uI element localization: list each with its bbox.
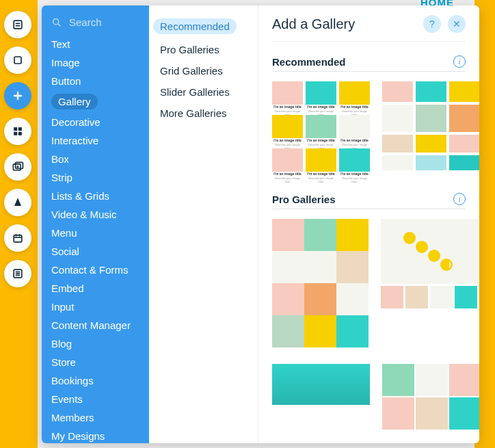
search-row[interactable] xyxy=(42,12,149,35)
close-button[interactable]: ✕ xyxy=(448,15,466,33)
add-panel: TextImageButtonGalleryDecorativeInteract… xyxy=(42,5,479,443)
svg-point-23 xyxy=(403,232,416,244)
sub-grid-galleries[interactable]: Grid Galleries xyxy=(149,60,258,81)
sub-pro-galleries[interactable]: Pro Galleries xyxy=(149,39,258,60)
bookings-button[interactable] xyxy=(4,224,31,252)
panel-title: Add a Gallery xyxy=(272,16,355,32)
svg-line-22 xyxy=(58,24,60,26)
svg-rect-7 xyxy=(18,127,22,131)
category-blog[interactable]: Blog xyxy=(42,334,149,353)
svg-rect-3 xyxy=(14,57,21,64)
category-bookings[interactable]: Bookings xyxy=(42,371,149,390)
sub-slider-galleries[interactable]: Slider Galleries xyxy=(149,81,258,103)
category-gallery[interactable]: Gallery xyxy=(42,90,149,113)
svg-rect-6 xyxy=(14,127,17,131)
gallery-sample-masonry[interactable] xyxy=(382,81,479,179)
svg-point-21 xyxy=(53,18,59,24)
category-contact-forms[interactable]: Contact & Forms xyxy=(42,261,149,279)
svg-rect-8 xyxy=(14,132,17,135)
search-icon xyxy=(51,17,62,28)
category-decorative[interactable]: Decorative xyxy=(42,113,149,131)
svg-rect-9 xyxy=(18,132,22,135)
section-recommended-title: Recommended xyxy=(272,56,346,68)
pages-button[interactable] xyxy=(4,11,31,38)
category-video-music[interactable]: Video & Music xyxy=(42,205,149,224)
search-input[interactable] xyxy=(69,16,137,28)
category-box[interactable]: Box xyxy=(42,150,149,168)
category-strip[interactable]: Strip xyxy=(42,168,149,187)
info-icon[interactable]: i xyxy=(453,193,466,205)
category-menu[interactable]: Menu xyxy=(42,224,149,242)
svg-point-25 xyxy=(428,250,440,262)
category-content-manager[interactable]: Content Manager xyxy=(42,316,149,334)
pro-sample-collage[interactable] xyxy=(382,364,479,430)
category-my-designs[interactable]: My Designs xyxy=(42,427,149,443)
add-button[interactable] xyxy=(4,82,31,109)
pro-sample-feature[interactable] xyxy=(381,219,479,347)
category-text[interactable]: Text xyxy=(42,35,149,53)
svg-point-26 xyxy=(440,259,453,271)
section-pro-title: Pro Galleries xyxy=(272,194,336,205)
svg-point-12 xyxy=(16,166,18,168)
category-input[interactable]: Input xyxy=(42,298,149,316)
svg-point-24 xyxy=(416,241,428,253)
media-button[interactable] xyxy=(4,153,31,181)
category-image[interactable]: Image xyxy=(42,53,149,72)
subcategory-panel: RecommendedPro GalleriesGrid GalleriesSl… xyxy=(149,5,258,443)
svg-rect-0 xyxy=(14,21,22,29)
sub-recommended[interactable]: Recommended xyxy=(149,14,258,39)
sub-more-galleries[interactable]: More Galleries xyxy=(149,103,258,124)
category-lists-grids[interactable]: Lists & Grids xyxy=(42,187,149,205)
category-button[interactable]: Button xyxy=(42,72,149,90)
pro-sample-grid[interactable] xyxy=(272,219,369,347)
apps-button[interactable] xyxy=(4,118,31,145)
pro-sample-banner[interactable] xyxy=(272,364,370,430)
category-events[interactable]: Events xyxy=(42,390,149,408)
category-embed[interactable]: Embed xyxy=(42,279,149,298)
category-sidebar: TextImageButtonGalleryDecorativeInteract… xyxy=(42,5,149,443)
left-toolbar xyxy=(4,11,34,287)
category-social[interactable]: Social xyxy=(42,242,149,261)
info-icon[interactable]: i xyxy=(453,55,466,68)
category-store[interactable]: Store xyxy=(42,353,149,371)
content-area: Add a Gallery ? ✕ Recommended i I'm an i… xyxy=(258,5,479,443)
category-interactive[interactable]: Interactive xyxy=(42,131,149,150)
blog-button[interactable] xyxy=(4,189,31,216)
gallery-sample-captioned[interactable]: I'm an image titleDescribe your image he… xyxy=(272,81,370,179)
category-members[interactable]: Members xyxy=(42,408,149,427)
svg-rect-13 xyxy=(14,235,22,242)
background-button[interactable] xyxy=(4,47,31,74)
svg-rect-11 xyxy=(16,162,23,168)
content-button[interactable] xyxy=(4,260,31,287)
help-button[interactable]: ? xyxy=(423,15,441,33)
